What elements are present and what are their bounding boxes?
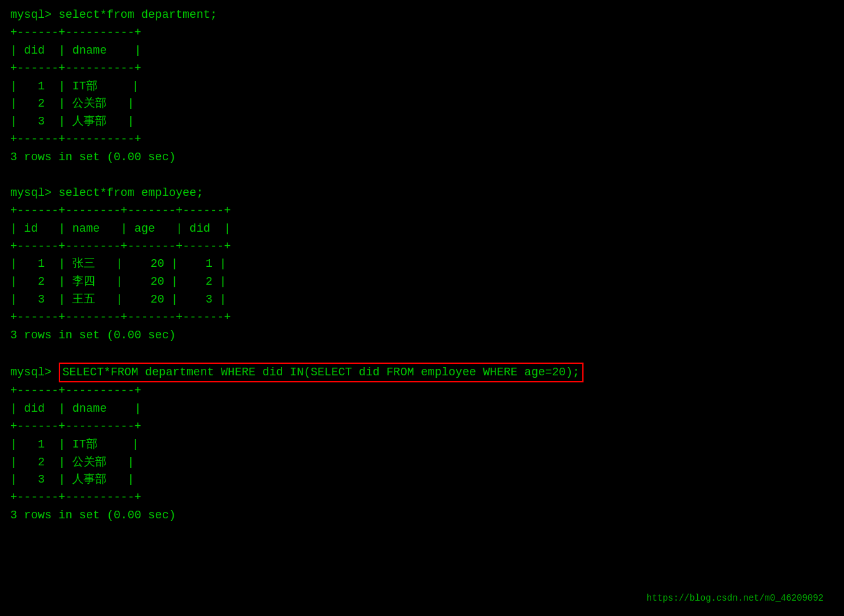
table2-sep-top: +------+--------+-------+------+ <box>10 202 834 220</box>
prompt-2: mysql> <box>10 186 59 199</box>
table1-header: | did | dname | <box>10 42 834 60</box>
highlighted-command: SELECT*FROM department WHERE did IN(SELE… <box>59 363 584 382</box>
table3-row-3: | 3 | 人事部 | <box>10 471 834 489</box>
table2-row-1: | 1 | 张三 | 20 | 1 | <box>10 255 834 273</box>
command-2: select*from employee; <box>59 186 204 199</box>
table1-row-3: | 3 | 人事部 | <box>10 113 834 131</box>
table2-row-2: | 2 | 李四 | 20 | 2 | <box>10 273 834 291</box>
table3-header: | did | dname | <box>10 400 834 418</box>
table3-sep-top: +------+----------+ <box>10 382 834 400</box>
command-line-3: mysql> SELECT*FROM department WHERE did … <box>10 363 834 382</box>
table2-row-3: | 3 | 王五 | 20 | 3 | <box>10 291 834 309</box>
table1-sep-top: +------+----------+ <box>10 24 834 42</box>
table1-sep-mid: +------+----------+ <box>10 60 834 78</box>
prompt-1: mysql> <box>10 8 59 21</box>
table2-header: | id | name | age | did | <box>10 220 834 238</box>
terminal-window: mysql> select*from department; +------+-… <box>10 6 834 610</box>
table2-sep-bot: +------+--------+-------+------+ <box>10 309 834 327</box>
blank-1 <box>10 167 834 184</box>
result-3: 3 rows in set (0.00 sec) <box>10 507 834 525</box>
url-watermark: https://blog.csdn.net/m0_46209092 <box>647 593 824 603</box>
prompt-3: mysql> <box>10 366 59 379</box>
table3-sep-mid: +------+----------+ <box>10 418 834 436</box>
table3-row-1: | 1 | IT部 | <box>10 436 834 454</box>
blank-2 <box>10 345 834 363</box>
table3-sep-bot: +------+----------+ <box>10 489 834 507</box>
table1-row-2: | 2 | 公关部 | <box>10 95 834 113</box>
command-line-2: mysql> select*from employee; <box>10 184 834 202</box>
result-2: 3 rows in set (0.00 sec) <box>10 327 834 345</box>
table1-sep-bot: +------+----------+ <box>10 131 834 149</box>
table2-sep-mid: +------+--------+-------+------+ <box>10 238 834 256</box>
command-line-1: mysql> select*from department; <box>10 6 834 24</box>
result-1: 3 rows in set (0.00 sec) <box>10 149 834 167</box>
table3-row-2: | 2 | 公关部 | <box>10 454 834 472</box>
table1-row-1: | 1 | IT部 | <box>10 78 834 96</box>
command-1: select*from department; <box>59 8 217 21</box>
